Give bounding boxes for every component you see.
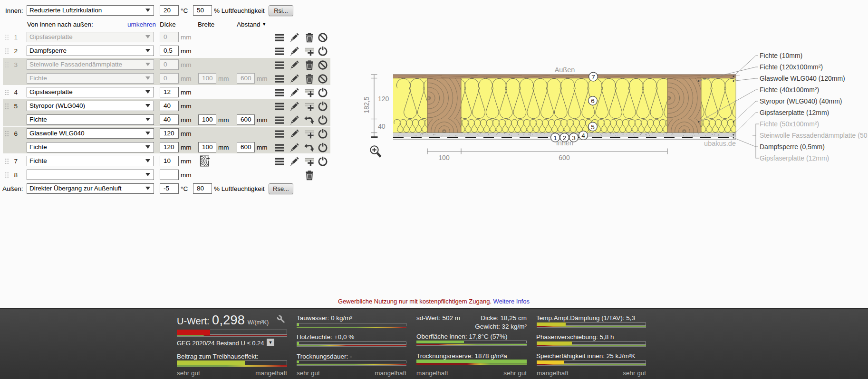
svg-text:Gipsfaserplatte (12mm): Gipsfaserplatte (12mm) — [760, 109, 829, 116]
svg-text:Styropor (WLG040) (40mm): Styropor (WLG040) (40mm) — [760, 97, 842, 105]
svg-text:Fichte (120x100mm²): Fichte (120x100mm²) — [760, 63, 823, 71]
svg-text:Fichte (50x100mm²): Fichte (50x100mm²) — [760, 120, 819, 128]
svg-text:100: 100 — [438, 154, 450, 161]
svg-text:1: 1 — [553, 134, 557, 142]
svg-text:ubakus.de: ubakus.de — [704, 140, 736, 147]
svg-text:Gipsfaserplatte (12mm): Gipsfaserplatte (12mm) — [760, 154, 829, 162]
svg-text:Dampfsperre (0,5mm): Dampfsperre (0,5mm) — [760, 143, 825, 151]
svg-text:Fichte (40x100mm²): Fichte (40x100mm²) — [760, 86, 819, 94]
svg-text:120: 120 — [378, 95, 389, 103]
svg-text:600: 600 — [559, 154, 570, 161]
svg-text:Außen: Außen — [555, 66, 575, 74]
svg-text:2: 2 — [563, 134, 567, 142]
svg-text:182,5: 182,5 — [363, 96, 370, 113]
svg-text:3: 3 — [572, 134, 576, 142]
svg-text:Steinwolle Fassadendämmplatte: Steinwolle Fassadendämmplatte (50 — [760, 132, 868, 139]
svg-text:6: 6 — [591, 97, 595, 104]
svg-text:5: 5 — [591, 123, 595, 131]
svg-text:Glaswolle WLG040 (120mm): Glaswolle WLG040 (120mm) — [760, 75, 845, 82]
svg-text:4: 4 — [581, 132, 585, 139]
svg-text:40: 40 — [378, 123, 386, 130]
svg-text:7: 7 — [591, 74, 595, 81]
svg-text:Fichte (10mm): Fichte (10mm) — [760, 52, 802, 59]
